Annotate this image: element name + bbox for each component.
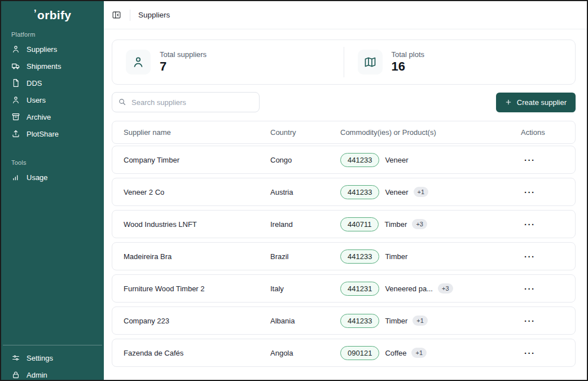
commodity-code-badge: 441231 [340, 282, 379, 296]
table-row[interactable]: Fazenda de Cafés Angola 090121 Coffee +1… [112, 339, 576, 367]
supplier-name: Fazenda de Cafés [124, 349, 270, 357]
table-row[interactable]: Company Timber Congo 441233 Veneer ··· [112, 146, 576, 174]
table-header: Supplier name Country Commodity(ies) or … [112, 121, 576, 144]
stat-label: Total plots [392, 50, 425, 59]
stat-value: 16 [392, 59, 425, 73]
sidebar-item-shipments[interactable]: Shipments [1, 58, 104, 75]
column-header-country: Country [270, 128, 340, 137]
sidebar-item-usage[interactable]: Usage [1, 169, 104, 186]
supplier-country: Ireland [270, 220, 340, 229]
sidebar-item-label: PlotShare [27, 130, 59, 138]
sidebar-item-label: Suppliers [27, 45, 57, 54]
row-actions-button[interactable]: ··· [521, 284, 564, 293]
supplier-country: Austria [270, 188, 340, 196]
sidebar-item-plotshare[interactable]: PlotShare [1, 125, 104, 142]
search-box [112, 92, 260, 112]
plus-icon [505, 99, 512, 106]
sidebar-item-label: Admin [27, 371, 47, 379]
suppliers-table: Supplier name Country Commodity(ies) or … [112, 121, 576, 367]
supplier-country: Italy [270, 284, 340, 293]
document-icon [11, 78, 20, 87]
supplier-name: Company Timber [124, 156, 270, 164]
extra-count-badge: +1 [414, 187, 429, 197]
map-icon [358, 50, 383, 75]
user-icon [126, 50, 151, 75]
extra-count-badge: +1 [413, 316, 428, 326]
commodity-cell: 441231 Veneered pa... +3 [340, 282, 521, 296]
sidebar-item-label: Users [27, 96, 46, 104]
supplier-country: Congo [270, 156, 340, 164]
bar-chart-icon [11, 173, 20, 182]
supplier-country: Albania [270, 317, 340, 325]
topbar: Suppliers [104, 1, 587, 29]
table-row[interactable]: Madeireira Bra Brazil 441233 Timber ··· [112, 242, 576, 270]
sidebar-divider [3, 345, 102, 345]
stat-total-plots: Total plots 16 [344, 40, 576, 84]
column-header-actions: Actions [521, 128, 564, 137]
panel-left-collapse-icon [112, 10, 121, 20]
search-icon [118, 98, 126, 106]
product-name: Timber [385, 252, 407, 261]
sidebar-item-label: Shipments [27, 62, 61, 71]
extra-count-badge: +3 [412, 219, 427, 229]
sidebar-item-dds[interactable]: DDS [1, 75, 104, 91]
supplier-country: Brazil [270, 252, 340, 261]
sidebar-footer: Settings Admin [1, 345, 104, 380]
commodity-cell: 441233 Veneer +1 [340, 185, 521, 199]
search-input[interactable] [112, 92, 260, 112]
commodity-code-badge: 441233 [340, 249, 379, 264]
sidebar-item-label: Usage [27, 173, 48, 182]
column-header-supplier-name: Supplier name [124, 128, 270, 137]
product-name: Veneer [385, 188, 408, 196]
commodity-cell: 441233 Timber +1 [340, 314, 521, 328]
table-row[interactable]: Company 223 Albania 441233 Timber +1 ··· [112, 306, 576, 335]
commodity-cell: 090121 Coffee +1 [340, 346, 521, 360]
supplier-name: Veneer 2 Co [124, 188, 270, 196]
commodity-code-badge: 441233 [340, 153, 379, 167]
row-actions-button[interactable]: ··· [521, 220, 564, 229]
extra-count-badge: +3 [438, 283, 453, 294]
toolbar: Create supplier [112, 92, 576, 112]
stat-total-suppliers: Total suppliers 7 [112, 40, 344, 84]
sidebar-item-admin[interactable]: Admin [1, 366, 104, 380]
main-area: Suppliers Total suppliers 7 [104, 1, 587, 380]
product-name: Veneer [385, 156, 408, 164]
user-icon [11, 95, 20, 104]
sidebar-section-tools: Tools [11, 159, 104, 166]
supplier-name: Wood Industries LNFT [124, 220, 270, 229]
supplier-country: Angola [270, 349, 340, 357]
row-actions-button[interactable]: ··· [521, 188, 564, 196]
commodity-cell: 440711 Timber +3 [340, 217, 521, 231]
sidebar-item-archive[interactable]: Archive [1, 108, 104, 125]
supplier-name: Madeireira Bra [124, 252, 270, 261]
upload-icon [11, 129, 20, 138]
sidebar-item-settings[interactable]: Settings [1, 349, 104, 366]
commodity-code-badge: 090121 [340, 346, 379, 360]
commodity-cell: 441233 Timber [340, 249, 521, 264]
sidebar: ’orbify Platform Suppliers Shipments DDS… [1, 1, 104, 380]
stat-label: Total suppliers [160, 50, 207, 59]
create-supplier-button[interactable]: Create supplier [496, 93, 576, 112]
content: Total suppliers 7 Total plots 16 [104, 29, 587, 367]
row-actions-button[interactable]: ··· [521, 317, 564, 325]
product-name: Veneered pa... [385, 284, 433, 293]
row-actions-button[interactable]: ··· [521, 349, 564, 357]
product-name: Timber [385, 317, 407, 325]
table-row[interactable]: Veneer 2 Co Austria 441233 Veneer +1 ··· [112, 178, 576, 206]
collapse-sidebar-button[interactable] [112, 10, 122, 20]
column-header-commodity: Commodity(ies) or Product(s) [340, 128, 521, 137]
row-actions-button[interactable]: ··· [521, 156, 564, 164]
sliders-icon [11, 353, 20, 362]
lock-icon [11, 370, 20, 379]
table-row[interactable]: Furniture Wood Timber 2 Italy 441231 Ven… [112, 274, 576, 303]
commodity-code-badge: 440711 [340, 217, 379, 231]
sidebar-item-users[interactable]: Users [1, 91, 104, 108]
table-row[interactable]: Wood Industries LNFT Ireland 440711 Timb… [112, 210, 576, 238]
orbify-logo[interactable]: ’orbify [1, 1, 104, 22]
product-name: Timber [384, 220, 407, 229]
user-icon [11, 45, 20, 54]
sidebar-item-suppliers[interactable]: Suppliers [1, 41, 104, 58]
commodity-cell: 441233 Veneer [340, 153, 521, 167]
app-window: ’orbify Platform Suppliers Shipments DDS… [0, 0, 588, 381]
row-actions-button[interactable]: ··· [521, 252, 564, 261]
